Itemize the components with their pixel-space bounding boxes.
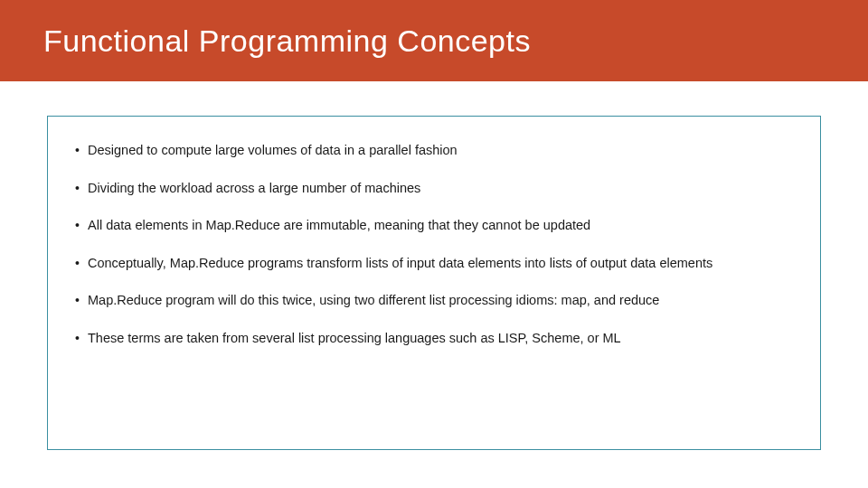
slide-title: Functional Programming Concepts [43, 23, 531, 59]
title-bar: Functional Programming Concepts [0, 0, 868, 81]
list-item: Map.Reduce program will do this twice, u… [75, 292, 793, 310]
list-item: Designed to compute large volumes of dat… [75, 142, 793, 160]
list-item: All data elements in Map.Reduce are immu… [75, 217, 793, 235]
list-item: These terms are taken from several list … [75, 330, 793, 348]
bullet-list: Designed to compute large volumes of dat… [75, 142, 793, 347]
content-box: Designed to compute large volumes of dat… [47, 116, 821, 450]
list-item: Conceptually, Map.Reduce programs transf… [75, 255, 793, 273]
list-item: Dividing the workload across a large num… [75, 180, 793, 198]
